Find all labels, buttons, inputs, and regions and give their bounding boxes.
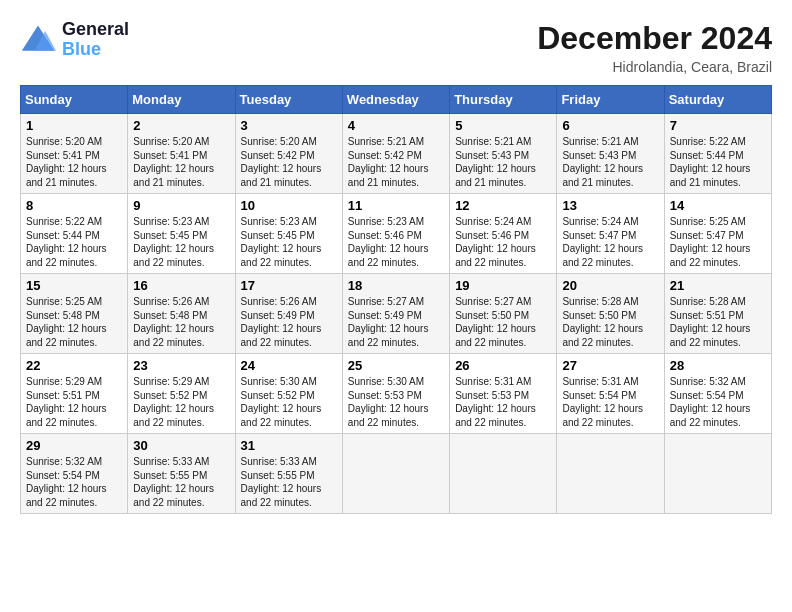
calendar-cell: 17Sunrise: 5:26 AM Sunset: 5:49 PM Dayli…: [235, 274, 342, 354]
day-number: 29: [26, 438, 122, 453]
day-number: 24: [241, 358, 337, 373]
calendar-week-3: 15Sunrise: 5:25 AM Sunset: 5:48 PM Dayli…: [21, 274, 772, 354]
day-number: 28: [670, 358, 766, 373]
calendar-cell: 8Sunrise: 5:22 AM Sunset: 5:44 PM Daylig…: [21, 194, 128, 274]
day-info: Sunrise: 5:23 AM Sunset: 5:46 PM Dayligh…: [348, 215, 444, 269]
col-thursday: Thursday: [450, 86, 557, 114]
day-info: Sunrise: 5:24 AM Sunset: 5:47 PM Dayligh…: [562, 215, 658, 269]
calendar-cell: [664, 434, 771, 514]
day-number: 7: [670, 118, 766, 133]
calendar-cell: 29Sunrise: 5:32 AM Sunset: 5:54 PM Dayli…: [21, 434, 128, 514]
col-wednesday: Wednesday: [342, 86, 449, 114]
day-number: 6: [562, 118, 658, 133]
title-area: December 2024 Hidrolandia, Ceara, Brazil: [537, 20, 772, 75]
day-number: 22: [26, 358, 122, 373]
calendar-cell: [342, 434, 449, 514]
calendar-cell: 19Sunrise: 5:27 AM Sunset: 5:50 PM Dayli…: [450, 274, 557, 354]
day-info: Sunrise: 5:31 AM Sunset: 5:53 PM Dayligh…: [455, 375, 551, 429]
day-info: Sunrise: 5:25 AM Sunset: 5:48 PM Dayligh…: [26, 295, 122, 349]
day-info: Sunrise: 5:28 AM Sunset: 5:50 PM Dayligh…: [562, 295, 658, 349]
day-info: Sunrise: 5:22 AM Sunset: 5:44 PM Dayligh…: [26, 215, 122, 269]
calendar-cell: 1Sunrise: 5:20 AM Sunset: 5:41 PM Daylig…: [21, 114, 128, 194]
col-tuesday: Tuesday: [235, 86, 342, 114]
col-saturday: Saturday: [664, 86, 771, 114]
day-number: 23: [133, 358, 229, 373]
day-number: 15: [26, 278, 122, 293]
calendar-week-2: 8Sunrise: 5:22 AM Sunset: 5:44 PM Daylig…: [21, 194, 772, 274]
calendar-subtitle: Hidrolandia, Ceara, Brazil: [537, 59, 772, 75]
calendar-cell: 10Sunrise: 5:23 AM Sunset: 5:45 PM Dayli…: [235, 194, 342, 274]
day-number: 8: [26, 198, 122, 213]
calendar-cell: 2Sunrise: 5:20 AM Sunset: 5:41 PM Daylig…: [128, 114, 235, 194]
day-number: 25: [348, 358, 444, 373]
day-info: Sunrise: 5:31 AM Sunset: 5:54 PM Dayligh…: [562, 375, 658, 429]
day-info: Sunrise: 5:25 AM Sunset: 5:47 PM Dayligh…: [670, 215, 766, 269]
calendar-cell: 18Sunrise: 5:27 AM Sunset: 5:49 PM Dayli…: [342, 274, 449, 354]
calendar-cell: 24Sunrise: 5:30 AM Sunset: 5:52 PM Dayli…: [235, 354, 342, 434]
day-info: Sunrise: 5:21 AM Sunset: 5:43 PM Dayligh…: [455, 135, 551, 189]
calendar-cell: 15Sunrise: 5:25 AM Sunset: 5:48 PM Dayli…: [21, 274, 128, 354]
calendar-table: Sunday Monday Tuesday Wednesday Thursday…: [20, 85, 772, 514]
day-number: 5: [455, 118, 551, 133]
day-number: 20: [562, 278, 658, 293]
calendar-cell: [557, 434, 664, 514]
calendar-cell: 21Sunrise: 5:28 AM Sunset: 5:51 PM Dayli…: [664, 274, 771, 354]
day-number: 16: [133, 278, 229, 293]
day-number: 14: [670, 198, 766, 213]
day-info: Sunrise: 5:20 AM Sunset: 5:42 PM Dayligh…: [241, 135, 337, 189]
day-number: 31: [241, 438, 337, 453]
col-monday: Monday: [128, 86, 235, 114]
calendar-cell: [450, 434, 557, 514]
calendar-cell: 22Sunrise: 5:29 AM Sunset: 5:51 PM Dayli…: [21, 354, 128, 434]
calendar-week-5: 29Sunrise: 5:32 AM Sunset: 5:54 PM Dayli…: [21, 434, 772, 514]
day-info: Sunrise: 5:23 AM Sunset: 5:45 PM Dayligh…: [241, 215, 337, 269]
day-info: Sunrise: 5:27 AM Sunset: 5:49 PM Dayligh…: [348, 295, 444, 349]
calendar-cell: 9Sunrise: 5:23 AM Sunset: 5:45 PM Daylig…: [128, 194, 235, 274]
day-info: Sunrise: 5:30 AM Sunset: 5:53 PM Dayligh…: [348, 375, 444, 429]
calendar-cell: 7Sunrise: 5:22 AM Sunset: 5:44 PM Daylig…: [664, 114, 771, 194]
calendar-cell: 11Sunrise: 5:23 AM Sunset: 5:46 PM Dayli…: [342, 194, 449, 274]
day-info: Sunrise: 5:21 AM Sunset: 5:42 PM Dayligh…: [348, 135, 444, 189]
calendar-cell: 12Sunrise: 5:24 AM Sunset: 5:46 PM Dayli…: [450, 194, 557, 274]
calendar-cell: 16Sunrise: 5:26 AM Sunset: 5:48 PM Dayli…: [128, 274, 235, 354]
day-info: Sunrise: 5:28 AM Sunset: 5:51 PM Dayligh…: [670, 295, 766, 349]
day-info: Sunrise: 5:32 AM Sunset: 5:54 PM Dayligh…: [670, 375, 766, 429]
logo-icon: [20, 22, 56, 58]
logo: GeneralBlue: [20, 20, 129, 60]
day-info: Sunrise: 5:20 AM Sunset: 5:41 PM Dayligh…: [26, 135, 122, 189]
calendar-week-1: 1Sunrise: 5:20 AM Sunset: 5:41 PM Daylig…: [21, 114, 772, 194]
day-number: 4: [348, 118, 444, 133]
calendar-cell: 3Sunrise: 5:20 AM Sunset: 5:42 PM Daylig…: [235, 114, 342, 194]
day-info: Sunrise: 5:26 AM Sunset: 5:48 PM Dayligh…: [133, 295, 229, 349]
calendar-title: December 2024: [537, 20, 772, 57]
day-info: Sunrise: 5:30 AM Sunset: 5:52 PM Dayligh…: [241, 375, 337, 429]
day-info: Sunrise: 5:24 AM Sunset: 5:46 PM Dayligh…: [455, 215, 551, 269]
day-info: Sunrise: 5:29 AM Sunset: 5:52 PM Dayligh…: [133, 375, 229, 429]
day-info: Sunrise: 5:22 AM Sunset: 5:44 PM Dayligh…: [670, 135, 766, 189]
calendar-cell: 30Sunrise: 5:33 AM Sunset: 5:55 PM Dayli…: [128, 434, 235, 514]
calendar-cell: 6Sunrise: 5:21 AM Sunset: 5:43 PM Daylig…: [557, 114, 664, 194]
day-info: Sunrise: 5:20 AM Sunset: 5:41 PM Dayligh…: [133, 135, 229, 189]
day-info: Sunrise: 5:33 AM Sunset: 5:55 PM Dayligh…: [241, 455, 337, 509]
calendar-cell: 28Sunrise: 5:32 AM Sunset: 5:54 PM Dayli…: [664, 354, 771, 434]
day-info: Sunrise: 5:27 AM Sunset: 5:50 PM Dayligh…: [455, 295, 551, 349]
day-info: Sunrise: 5:33 AM Sunset: 5:55 PM Dayligh…: [133, 455, 229, 509]
calendar-cell: 23Sunrise: 5:29 AM Sunset: 5:52 PM Dayli…: [128, 354, 235, 434]
calendar-cell: 25Sunrise: 5:30 AM Sunset: 5:53 PM Dayli…: [342, 354, 449, 434]
calendar-body: 1Sunrise: 5:20 AM Sunset: 5:41 PM Daylig…: [21, 114, 772, 514]
day-info: Sunrise: 5:26 AM Sunset: 5:49 PM Dayligh…: [241, 295, 337, 349]
day-info: Sunrise: 5:21 AM Sunset: 5:43 PM Dayligh…: [562, 135, 658, 189]
col-sunday: Sunday: [21, 86, 128, 114]
day-number: 9: [133, 198, 229, 213]
calendar-cell: 4Sunrise: 5:21 AM Sunset: 5:42 PM Daylig…: [342, 114, 449, 194]
day-number: 3: [241, 118, 337, 133]
calendar-cell: 14Sunrise: 5:25 AM Sunset: 5:47 PM Dayli…: [664, 194, 771, 274]
calendar-cell: 13Sunrise: 5:24 AM Sunset: 5:47 PM Dayli…: [557, 194, 664, 274]
header: GeneralBlue December 2024 Hidrolandia, C…: [20, 20, 772, 75]
day-number: 13: [562, 198, 658, 213]
logo-line2: Blue: [62, 39, 101, 59]
day-number: 27: [562, 358, 658, 373]
calendar-cell: 5Sunrise: 5:21 AM Sunset: 5:43 PM Daylig…: [450, 114, 557, 194]
day-number: 17: [241, 278, 337, 293]
calendar-cell: 20Sunrise: 5:28 AM Sunset: 5:50 PM Dayli…: [557, 274, 664, 354]
